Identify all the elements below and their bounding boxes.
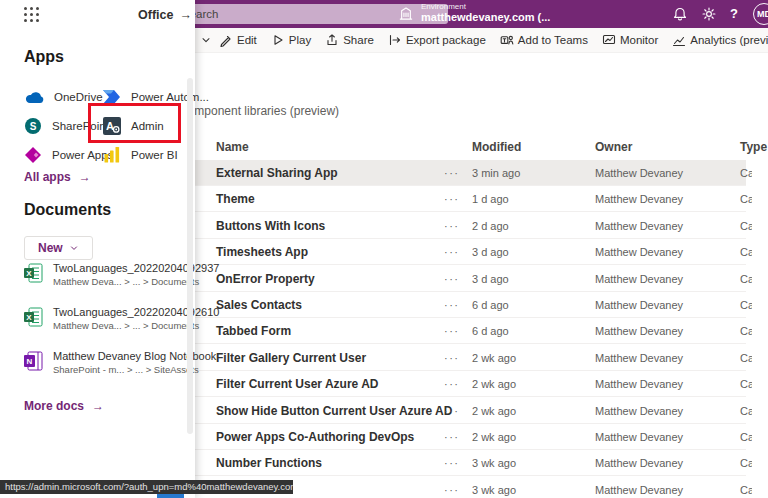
svg-text:X: X <box>26 313 32 322</box>
app-type: Canvas <box>740 186 752 212</box>
all-apps-link[interactable]: All apps → <box>24 170 91 184</box>
office-home-link[interactable]: Office → <box>138 8 192 22</box>
column-header-modified[interactable]: Modified <box>472 140 521 154</box>
new-document-button[interactable]: New <box>24 236 93 260</box>
svg-text:N: N <box>27 357 33 366</box>
analytics-preview--button[interactable]: Analytics (preview) <box>672 33 768 47</box>
app-modified: 1 d ago <box>472 186 509 212</box>
settings-gear-icon[interactable] <box>701 6 717 22</box>
edit-button[interactable]: Edit <box>219 33 257 47</box>
app-type: Canvas <box>740 371 752 397</box>
command-label: Play <box>289 34 311 46</box>
app-name[interactable]: Theme <box>216 186 255 212</box>
column-header-owner[interactable]: Owner <box>595 140 632 154</box>
row-more-actions-icon[interactable]: ··· <box>444 398 460 424</box>
row-more-actions-icon[interactable]: ··· <box>444 239 460 265</box>
app-modified: 2 wk ago <box>472 345 516 371</box>
app-modified: 3 min ago <box>472 160 520 186</box>
app-owner: Matthew Devaney <box>595 266 683 292</box>
tab-component-libraries[interactable]: Component libraries (preview) <box>179 104 339 118</box>
row-more-actions-icon[interactable]: ··· <box>444 345 460 371</box>
app-name[interactable]: Filter Current User Azure AD <box>216 371 378 397</box>
launcher-app-admin[interactable]: AAdmin⋮ <box>103 111 182 140</box>
chevron-down-icon <box>200 34 212 46</box>
app-label: Power BI <box>131 149 178 161</box>
app-type: Canvas <box>740 477 752 498</box>
row-more-actions-icon[interactable]: ··· <box>444 371 460 397</box>
documents-heading: Documents <box>24 201 111 219</box>
document-item[interactable]: N Matthew Devaney Blog Notebook SharePoi… <box>24 348 184 380</box>
column-header-name[interactable]: Name <box>216 140 249 154</box>
row-more-actions-icon[interactable]: ··· <box>444 213 460 239</box>
row-more-actions-icon[interactable]: ··· <box>444 186 460 212</box>
document-item[interactable]: X TwoLanguages_20220204092937 Matthew De… <box>24 260 184 292</box>
row-more-actions-icon[interactable]: ··· <box>444 424 460 450</box>
row-more-actions-icon[interactable]: ··· <box>444 292 460 318</box>
excel-file-icon: X <box>24 260 43 292</box>
app-owner: Matthew Devaney <box>595 424 683 450</box>
command-label: Monitor <box>620 34 658 46</box>
row-more-actions-icon[interactable]: ··· <box>444 450 460 476</box>
app-type: Canvas <box>740 292 752 318</box>
back-chevron-button[interactable] <box>200 34 212 46</box>
office-link-label: Office <box>138 8 173 22</box>
app-name[interactable]: Filter Gallery Current User <box>216 345 366 371</box>
app-modified: 3 d ago <box>472 266 509 292</box>
app-modified: 3 wk ago <box>472 450 516 476</box>
app-name[interactable]: Buttons With Icons <box>216 213 325 239</box>
row-more-actions-icon[interactable]: ··· <box>444 477 460 498</box>
app-name[interactable]: Show Hide Button Current User Azure AD <box>216 398 452 424</box>
more-docs-link[interactable]: More docs → <box>24 399 104 413</box>
app-name[interactable]: External Sharing App <box>216 160 338 186</box>
app-name[interactable]: Power Apps Co-Authoring DevOps <box>216 424 414 450</box>
edit-icon <box>219 33 233 47</box>
arrow-right-icon: → <box>92 399 104 413</box>
launcher-app-onedrive[interactable]: OneDrive <box>24 82 103 111</box>
row-more-actions-icon[interactable]: ··· <box>444 318 460 344</box>
environment-picker[interactable]: Environment matthewdevaney.com (... <box>398 2 550 24</box>
app-owner: Matthew Devaney <box>595 292 683 318</box>
excel-file-icon: X <box>24 304 43 336</box>
app-launcher-waffle-icon[interactable] <box>24 7 39 22</box>
notifications-bell-icon[interactable] <box>672 6 688 22</box>
app-name[interactable]: Tabbed Form <box>216 318 291 344</box>
svg-text:X: X <box>26 269 32 278</box>
launcher-app-sharepoint[interactable]: SSharePoint <box>24 111 103 140</box>
command-label: Export package <box>406 34 486 46</box>
play-icon <box>271 33 285 47</box>
app-name[interactable]: Sales Contacts <box>216 292 302 318</box>
panel-scrollbar[interactable] <box>187 78 193 434</box>
row-more-actions-icon[interactable]: ··· <box>444 266 460 292</box>
user-avatar[interactable]: MD <box>753 3 768 25</box>
export-package-button[interactable]: Export package <box>388 33 486 47</box>
app-name[interactable]: Timesheets App <box>216 239 308 265</box>
apps-grid: OneDrivePower Autom...SSharePointAAdmin⋮… <box>24 82 182 169</box>
share-button[interactable]: Share <box>325 33 374 47</box>
chevron-down-icon <box>69 243 79 253</box>
command-label: Edit <box>237 34 257 46</box>
column-header-type[interactable]: Type <box>740 140 767 154</box>
play-button[interactable]: Play <box>271 33 311 47</box>
help-icon[interactable]: ? <box>730 6 738 21</box>
arrow-right-icon: → <box>79 170 91 184</box>
launcher-app-power-apps[interactable]: Power Apps <box>24 140 103 169</box>
app-name[interactable]: Number Functions <box>216 450 322 476</box>
launcher-app-power-bi[interactable]: Power BI <box>103 140 182 169</box>
recent-documents-list: X TwoLanguages_20220204092937 Matthew De… <box>24 260 184 392</box>
add-to-teams-button[interactable]: Add to Teams <box>500 33 588 47</box>
onenote-file-icon: N <box>24 348 43 380</box>
monitor-button[interactable]: Monitor <box>602 33 658 47</box>
app-name[interactable]: OnError Property <box>216 266 315 292</box>
document-title: TwoLanguages_20220204092610 <box>53 306 219 318</box>
app-modified: 2 wk ago <box>472 371 516 397</box>
command-label: Add to Teams <box>518 34 588 46</box>
apps-heading: Apps <box>24 48 64 66</box>
power-automate-icon <box>103 90 121 104</box>
row-more-actions-icon[interactable]: ··· <box>444 160 460 186</box>
document-title: TwoLanguages_20220204092937 <box>53 262 219 274</box>
more-options-icon[interactable]: ⋮ <box>174 119 186 133</box>
document-item[interactable]: X TwoLanguages_20220204092610 Matthew De… <box>24 304 184 336</box>
app-type: Canvas <box>740 266 752 292</box>
launcher-app-power-automate[interactable]: Power Autom... <box>103 82 182 111</box>
environment-name: matthewdevaney.com (... <box>421 11 550 24</box>
